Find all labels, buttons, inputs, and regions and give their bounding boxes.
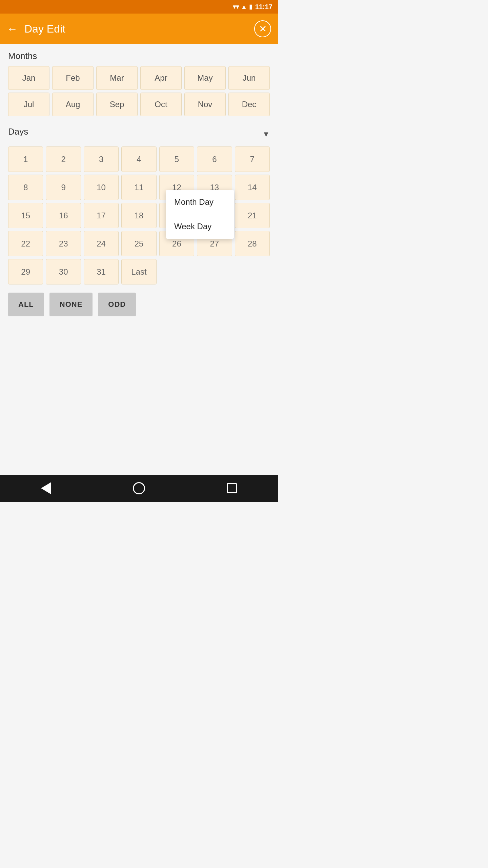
bottom-nav [0, 475, 278, 502]
day-cell-1[interactable]: 1 [8, 146, 43, 172]
month-cell-oct[interactable]: Oct [140, 93, 182, 116]
day-cell-11[interactable]: 11 [121, 175, 156, 200]
close-button[interactable]: ✕ [254, 20, 271, 37]
back-icon: ← [7, 23, 18, 35]
chevron-down-icon: ▼ [262, 130, 270, 139]
back-nav-button[interactable] [41, 482, 51, 494]
day-cell-25[interactable]: 25 [121, 231, 156, 256]
month-cell-jun[interactable]: Jun [228, 66, 270, 90]
day-cell-23[interactable]: 23 [46, 231, 81, 256]
status-bar: ▾▾ ▲ ▮ 11:17 [0, 0, 278, 14]
month-cell-mar[interactable]: Mar [96, 66, 138, 90]
day-cell-15[interactable]: 15 [8, 203, 43, 228]
day-cell-2[interactable]: 2 [46, 146, 81, 172]
month-cell-jul[interactable]: Jul [8, 93, 49, 116]
dropdown-item-week-day[interactable]: Week Day [166, 214, 234, 239]
day-cell-18[interactable]: 18 [121, 203, 156, 228]
top-bar: ← Day Edit ✕ [0, 14, 278, 44]
none-button[interactable]: NONE [49, 293, 93, 316]
back-button[interactable]: ← [7, 23, 18, 35]
recents-nav-button[interactable] [227, 483, 237, 493]
day-cell-3[interactable]: 3 [84, 146, 119, 172]
status-icons: ▾▾ ▲ ▮ [233, 3, 252, 11]
status-time: 11:17 [255, 3, 272, 11]
day-cell-last[interactable]: Last [121, 259, 156, 284]
days-label: Days [8, 126, 28, 137]
month-cell-feb[interactable]: Feb [52, 66, 94, 90]
months-label: Months [8, 51, 270, 61]
day-cell-30[interactable]: 30 [46, 259, 81, 284]
back-nav-icon [41, 482, 51, 494]
day-cell-7[interactable]: 7 [235, 146, 270, 172]
content-area: Months JanFebMarAprMayJunJulAugSepOctNov… [0, 44, 278, 330]
recents-nav-icon [227, 483, 237, 493]
days-header: Days ▼ [8, 126, 270, 142]
signal-icon: ▲ [241, 3, 247, 11]
month-cell-sep[interactable]: Sep [96, 93, 138, 116]
day-cell-28[interactable]: 28 [235, 231, 270, 256]
home-nav-icon [133, 482, 145, 494]
odd-button[interactable]: ODD [98, 293, 136, 316]
day-cell-21[interactable]: 21 [235, 203, 270, 228]
months-grid: JanFebMarAprMayJunJulAugSepOctNovDec [8, 66, 270, 116]
day-cell-4[interactable]: 4 [121, 146, 156, 172]
home-nav-button[interactable] [133, 482, 145, 494]
day-cell-10[interactable]: 10 [84, 175, 119, 200]
day-cell-22[interactable]: 22 [8, 231, 43, 256]
close-icon: ✕ [259, 23, 267, 35]
action-buttons: ALL NONE ODD [8, 293, 270, 316]
month-cell-jan[interactable]: Jan [8, 66, 49, 90]
month-cell-aug[interactable]: Aug [52, 93, 94, 116]
month-cell-nov[interactable]: Nov [184, 93, 226, 116]
page-title: Day Edit [24, 23, 247, 35]
month-cell-may[interactable]: May [184, 66, 226, 90]
month-cell-apr[interactable]: Apr [140, 66, 182, 90]
day-cell-17[interactable]: 17 [84, 203, 119, 228]
battery-icon: ▮ [249, 3, 252, 11]
dropdown-item-month-day[interactable]: Month Day [166, 190, 234, 214]
wifi-icon: ▾▾ [233, 3, 239, 11]
day-cell-16[interactable]: 16 [46, 203, 81, 228]
day-cell-31[interactable]: 31 [84, 259, 119, 284]
day-cell-6[interactable]: 6 [197, 146, 232, 172]
day-cell-24[interactable]: 24 [84, 231, 119, 256]
all-button[interactable]: ALL [8, 293, 44, 316]
day-cell-8[interactable]: 8 [8, 175, 43, 200]
day-cell-9[interactable]: 9 [46, 175, 81, 200]
day-type-dropdown: Month DayWeek Day [166, 190, 234, 239]
day-cell-14[interactable]: 14 [235, 175, 270, 200]
day-cell-5[interactable]: 5 [159, 146, 194, 172]
day-cell-29[interactable]: 29 [8, 259, 43, 284]
days-dropdown-button[interactable]: ▼ [262, 130, 270, 139]
month-cell-dec[interactable]: Dec [228, 93, 270, 116]
